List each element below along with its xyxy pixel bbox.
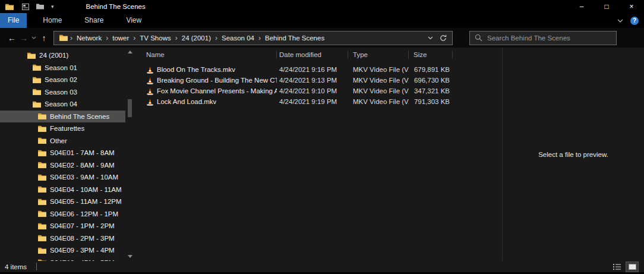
breadcrumb: ›Network›tower›TV Shows›24 (2001)›Season…	[70, 34, 424, 42]
minimize-button[interactable]: –	[569, 0, 594, 13]
tree-item-label: S04E05 - 11AM - 12PM	[50, 198, 122, 205]
scrollbar-thumb[interactable]	[128, 99, 132, 117]
details-view-button[interactable]	[611, 262, 623, 272]
folder-icon	[38, 113, 46, 119]
qat-customize-chevron-icon[interactable]: ▾	[51, 4, 54, 10]
scroll-up-icon[interactable]	[128, 51, 132, 53]
file-row-fox-movie-channel-presents-making-a[interactable]: Fox Movie Channel Presents - Making A ..…	[141, 86, 502, 96]
folder-icon	[38, 247, 46, 254]
vlc-cone-icon	[146, 98, 154, 106]
address-bar[interactable]: ›Network›tower›TV Shows›24 (2001)›Season…	[53, 31, 453, 45]
tree-item-featurettes[interactable]: Featurettes	[0, 122, 125, 135]
main-content: 24 (2001) Season 01 Season 02 Season 03	[0, 48, 644, 261]
folder-icon	[33, 101, 41, 108]
file-row-lock-and-load-mkv[interactable]: Lock And Load.mkv 4/24/2021 9:19 PM MKV …	[141, 96, 502, 107]
tree-item-label: Season 03	[45, 89, 77, 96]
window-folder-icon[interactable]	[5, 4, 14, 10]
tree-item-s04e01-7am-8am[interactable]: S04E01 - 7AM - 8AM	[0, 147, 125, 159]
tree-item-s04e08-2pm-3pm[interactable]: S04E08 - 2PM - 3PM	[0, 232, 125, 245]
tree-item-s04e02-8am-9am[interactable]: S04E02 - 8AM - 9AM	[0, 159, 125, 172]
column-header-name[interactable]: Name	[141, 48, 277, 62]
sidebar-scrollbar[interactable]	[127, 49, 132, 259]
close-button[interactable]: ×	[619, 0, 644, 13]
help-button[interactable]: ?	[630, 17, 639, 25]
tab-file[interactable]: File	[0, 13, 27, 28]
forward-button[interactable]: →	[18, 32, 30, 45]
tree-item-s04e03-9am-10am[interactable]: S04E03 - 9AM - 10AM	[0, 171, 125, 184]
column-headers: NameDate modifiedTypeSize	[141, 48, 502, 62]
column-header-size[interactable]: Size	[409, 48, 453, 62]
tree-item-label: S04E07 - 1PM - 2PM	[50, 222, 115, 229]
breadcrumb-item-network[interactable]: Network	[72, 34, 106, 42]
view-toggle-buttons	[611, 262, 644, 272]
breadcrumb-item-season-04[interactable]: Season 04	[217, 34, 258, 42]
tree-item-season-02[interactable]: Season 02	[0, 74, 125, 86]
tree-item-s04e05-11am-12pm[interactable]: S04E05 - 11AM - 12PM	[0, 196, 125, 208]
recent-locations-chevron-icon[interactable]	[30, 32, 38, 45]
scroll-down-icon[interactable]	[128, 255, 132, 258]
refresh-icon[interactable]	[437, 32, 450, 45]
breadcrumb-item-tower[interactable]: tower	[108, 34, 133, 42]
tree-item-season-04[interactable]: Season 04	[0, 98, 125, 111]
column-header-type[interactable]: Type	[348, 48, 409, 62]
file-row-breaking-ground-building-the-new-ct[interactable]: Breaking Ground - Building The New CT...…	[141, 75, 502, 86]
item-count: 4 items	[5, 263, 27, 270]
vlc-cone-icon	[146, 87, 154, 95]
file-type-cell: MKV Video File (V...	[348, 77, 409, 84]
breadcrumb-item-behind-the-scenes[interactable]: Behind The Scenes	[261, 34, 329, 42]
folder-tree: 24 (2001) Season 01 Season 02 Season 03	[0, 49, 137, 261]
folder-icon	[38, 125, 46, 132]
up-button[interactable]: ↑	[38, 32, 50, 45]
tree-item-season-01[interactable]: Season 01	[0, 62, 125, 74]
folder-icon	[33, 77, 41, 83]
file-type-cell: MKV Video File (V...	[348, 66, 409, 73]
ribbon-tabs: FileHomeShareView	[0, 13, 149, 28]
expand-ribbon-chevron-icon[interactable]	[617, 19, 623, 23]
address-folder-icon	[59, 34, 68, 41]
folder-icon	[38, 174, 46, 181]
folder-icon	[38, 259, 46, 261]
tree-item-behind-the-scenes[interactable]: Behind The Scenes	[0, 111, 125, 123]
address-dropdown-chevron-icon[interactable]	[424, 32, 437, 45]
file-date-cell: 4/24/2021 9:16 PM	[277, 66, 348, 73]
tree-item-label: S04E03 - 9AM - 10AM	[50, 174, 118, 181]
search-input[interactable]	[487, 34, 611, 42]
qat-properties-icon[interactable]	[22, 4, 29, 10]
file-date-cell: 4/24/2021 9:13 PM	[277, 77, 348, 84]
tab-share[interactable]: Share	[77, 13, 111, 28]
tree-item-other[interactable]: Other	[0, 135, 125, 147]
file-name: Blood On The Tracks.mkv	[157, 66, 235, 73]
tab-view[interactable]: View	[118, 13, 149, 28]
file-size-cell: 347,321 KB	[409, 87, 453, 95]
tree-item-s04e04-10am-11am[interactable]: S04E04 - 10AM - 11AM	[0, 184, 125, 196]
tree-item-label: S04E02 - 8AM - 9AM	[50, 162, 115, 169]
window-controls: – □ ×	[569, 0, 644, 13]
column-header-date-modified[interactable]: Date modified	[277, 48, 348, 62]
tree-item-s04e10-4pm-5pm[interactable]: S04E10 - 4PM - 5PM	[0, 257, 125, 262]
preview-pane: Select a file to preview.	[502, 48, 644, 261]
file-size-cell: 791,303 KB	[409, 98, 453, 105]
large-icons-view-button[interactable]	[626, 262, 638, 272]
preview-empty-text: Select a file to preview.	[538, 151, 608, 158]
tree-item-label: S04E06 - 12PM - 1PM	[50, 210, 118, 218]
file-list-pane: NameDate modifiedTypeSize Blood On The T…	[137, 48, 502, 261]
window-title: Behind The Scenes	[86, 3, 146, 10]
folder-icon	[38, 210, 46, 217]
tab-home[interactable]: Home	[35, 13, 70, 28]
folder-icon	[38, 223, 46, 229]
file-row-blood-on-the-tracks-mkv[interactable]: Blood On The Tracks.mkv 4/24/2021 9:16 P…	[141, 64, 502, 75]
qat-new-folder-icon[interactable]	[36, 4, 44, 10]
tree-item-label: 24 (2001)	[39, 52, 68, 59]
tree-item-s04e07-1pm-2pm[interactable]: S04E07 - 1PM - 2PM	[0, 220, 125, 232]
tree-item-s04e09-3pm-4pm[interactable]: S04E09 - 3PM - 4PM	[0, 244, 125, 257]
maximize-button[interactable]: □	[594, 0, 619, 13]
tree-item-season-03[interactable]: Season 03	[0, 86, 125, 99]
file-name: Breaking Ground - Building The New CT...	[157, 77, 277, 84]
back-button[interactable]: ←	[6, 32, 18, 45]
folder-icon	[27, 52, 36, 59]
tree-item-24-2001[interactable]: 24 (2001)	[0, 49, 125, 62]
tree-item-s04e06-12pm-1pm[interactable]: S04E06 - 12PM - 1PM	[0, 208, 125, 221]
search-box[interactable]	[469, 31, 617, 45]
breadcrumb-item-24-2001[interactable]: 24 (2001)	[178, 34, 215, 42]
breadcrumb-item-tv-shows[interactable]: TV Shows	[135, 34, 175, 42]
